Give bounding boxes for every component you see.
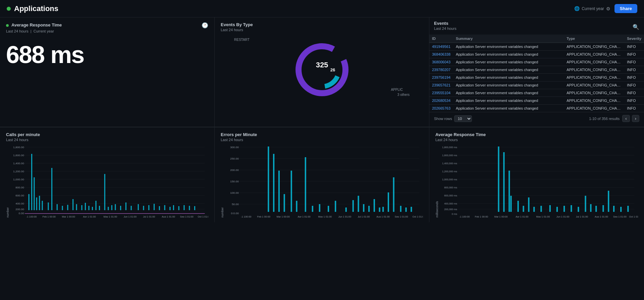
table-row[interactable]: 368406338 Application Server environment… — [429, 51, 644, 58]
donut-chart: RESTART 325 26 APPLIC 3 others — [221, 35, 423, 102]
svg-text:Mar 1 00:00: Mar 1 00:00 — [277, 216, 290, 218]
event-id[interactable]: 202665763 — [429, 105, 453, 112]
svg-rect-147 — [549, 205, 551, 212]
svg-text:600,000 ms: 600,000 ms — [444, 194, 457, 197]
svg-rect-140 — [508, 171, 510, 212]
svg-rect-146 — [540, 206, 542, 212]
search-icon[interactable]: 🔍 — [633, 24, 639, 30]
svg-text:100.00: 100.00 — [230, 191, 239, 194]
svg-rect-152 — [585, 196, 586, 212]
event-summary: Application Server environment variables… — [453, 43, 564, 51]
app-status-dot — [7, 7, 11, 11]
svg-rect-138 — [498, 146, 499, 212]
svg-rect-149 — [564, 206, 565, 212]
svg-text:Feb 1 00:00: Feb 1 00:00 — [43, 216, 56, 218]
top-row: Average Response Time 🕐 Last 24 hours | … — [0, 17, 644, 127]
svg-rect-48 — [131, 206, 132, 210]
svg-rect-108 — [411, 207, 412, 212]
rows-select[interactable]: 10 25 50 100 — [454, 115, 472, 122]
svg-rect-38 — [88, 206, 89, 210]
svg-rect-155 — [602, 205, 604, 212]
svg-rect-104 — [388, 192, 389, 212]
svg-rect-43 — [108, 207, 109, 210]
svg-rect-54 — [164, 205, 165, 210]
errors-chart-area: 300.00 250.00 200.00 150.00 100.00 50.00… — [225, 144, 423, 218]
event-summary: Application Server environment variables… — [453, 74, 564, 81]
svg-rect-40 — [95, 201, 96, 210]
event-id[interactable]: 491949561 — [429, 43, 453, 51]
table-row[interactable]: 239756194 Application Server environment… — [429, 74, 644, 81]
svg-text:0.00: 0.00 — [19, 212, 24, 215]
svg-rect-100 — [368, 206, 370, 212]
event-id[interactable]: 239657621 — [429, 81, 453, 89]
svg-text:400,000 ms: 400,000 ms — [444, 202, 457, 205]
calls-y-label: number — [6, 144, 9, 218]
svg-text:200.00: 200.00 — [230, 169, 239, 172]
col-summary: Summary — [453, 35, 564, 43]
svg-text:Jul 1 01:00: Jul 1 01:00 — [143, 216, 155, 218]
svg-rect-107 — [405, 207, 407, 212]
event-id[interactable]: 239555104 — [429, 89, 453, 97]
table-footer: Show rows 10 25 50 100 1-10 of 356 resul… — [429, 112, 644, 123]
events-by-type-panel: Events By Type Last 24 hours RESTART 325… — [215, 17, 429, 127]
table-row[interactable]: 491949561 Application Server environment… — [429, 43, 644, 51]
svg-text:Aug 1 01:00: Aug 1 01:00 — [595, 215, 608, 218]
svg-text:Aug 1 01:00: Aug 1 01:00 — [162, 216, 175, 218]
table-row[interactable]: 202665763 Application Server environment… — [429, 105, 644, 112]
svg-text:1,400.00: 1,400.00 — [13, 162, 24, 165]
svg-rect-30 — [51, 168, 52, 210]
svg-rect-23 — [29, 194, 30, 210]
svg-text:Jun 1 01:00: Jun 1 01:00 — [124, 216, 137, 218]
event-type: APPLICATION_CONFIG_CHANGE — [564, 43, 624, 51]
table-row[interactable]: 239555104 Application Server environment… — [429, 89, 644, 97]
event-summary: Application Server environment variables… — [453, 105, 564, 112]
avg-response-chart-title: Average Response Time — [435, 132, 638, 137]
svg-rect-97 — [353, 200, 354, 212]
current-year-button[interactable]: 🌐 Current year ⚙ — [574, 6, 610, 11]
svg-rect-52 — [154, 204, 155, 210]
svg-rect-85 — [268, 146, 269, 212]
svg-rect-88 — [284, 194, 285, 212]
prev-page-button[interactable]: ‹ — [622, 115, 630, 122]
svg-text:600.00: 600.00 — [15, 194, 24, 197]
svg-rect-101 — [374, 199, 375, 212]
event-id[interactable]: 368406338 — [429, 51, 453, 58]
svg-rect-39 — [92, 207, 93, 210]
share-button[interactable]: Share — [614, 4, 637, 13]
svg-rect-60 — [194, 206, 195, 210]
svg-rect-91 — [305, 157, 306, 212]
svg-text:Mar 1 00:00: Mar 1 00:00 — [62, 216, 75, 218]
table-row[interactable]: 202680534 Application Server environment… — [429, 97, 644, 105]
svg-text:Sep 1 01:00: Sep 1 01:00 — [180, 216, 194, 218]
donut-svg: 325 26 — [288, 38, 356, 98]
svg-text:1,000,000 ms: 1,000,000 ms — [442, 178, 457, 181]
svg-rect-34 — [72, 199, 73, 210]
svg-rect-158 — [620, 207, 622, 212]
svg-rect-28 — [42, 201, 43, 210]
event-summary: Application Server environment variables… — [453, 97, 564, 105]
donut-label-applic: APPLIC — [391, 88, 403, 92]
svg-text:325: 325 — [316, 61, 328, 69]
svg-rect-45 — [115, 204, 116, 210]
svg-text:50.00: 50.00 — [232, 203, 239, 206]
gear-icon[interactable]: ⚙ — [606, 6, 610, 11]
event-severity: INFO — [624, 81, 644, 89]
svg-text:Aug 1 01:00: Aug 1 01:00 — [376, 216, 390, 218]
svg-rect-92 — [312, 206, 313, 212]
event-id[interactable]: 239756194 — [429, 74, 453, 81]
svg-text:Apr 1 01:00: Apr 1 01:00 — [83, 216, 96, 218]
next-page-button[interactable]: › — [632, 115, 639, 122]
avg-response-chart-y-label: milliseconds — [435, 144, 439, 218]
table-row[interactable]: 239657621 Application Server environment… — [429, 81, 644, 89]
svg-text:Oct 1 01:00: Oct 1 01:00 — [198, 216, 208, 218]
event-severity: INFO — [624, 74, 644, 81]
page-title: Applications — [14, 4, 58, 13]
svg-rect-41 — [99, 206, 100, 210]
svg-rect-95 — [335, 201, 336, 212]
event-id[interactable]: 368006043 — [429, 58, 453, 66]
svg-text:Jun 1 01:00: Jun 1 01:00 — [338, 216, 351, 218]
table-row[interactable]: 368006043 Application Server environment… — [429, 58, 644, 66]
event-id[interactable]: 239780207 — [429, 66, 453, 74]
event-id[interactable]: 202680534 — [429, 97, 453, 105]
table-row[interactable]: 239780207 Application Server environment… — [429, 66, 644, 74]
